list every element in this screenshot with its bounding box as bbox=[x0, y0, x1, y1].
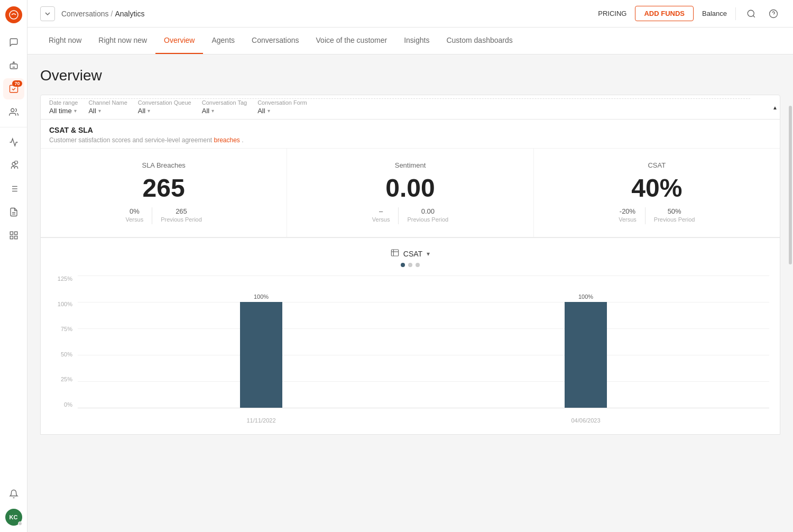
y-label-50: 50% bbox=[51, 351, 76, 357]
page-header: Conversations / Analytics PRICING ADD FU… bbox=[27, 0, 793, 27]
tag-label: Conversation Tag bbox=[202, 99, 247, 106]
csat-metric-name: CSAT bbox=[648, 161, 666, 169]
app-logo[interactable] bbox=[5, 6, 22, 23]
breaches-link[interactable]: breaches bbox=[214, 136, 239, 144]
channel-select[interactable]: All ▾ bbox=[88, 107, 127, 115]
filter-scroll-button[interactable]: ▲ bbox=[772, 104, 778, 110]
channel-value: All bbox=[88, 107, 96, 115]
channel-label: Channel Name bbox=[88, 99, 127, 106]
sidebar-notification-icon[interactable] bbox=[3, 483, 24, 505]
csat-comparison: -20% Versus 50% Previous Period bbox=[619, 207, 695, 224]
svg-rect-1 bbox=[10, 64, 17, 69]
chart-chevron-icon[interactable]: ▾ bbox=[427, 250, 430, 258]
expand-button[interactable] bbox=[40, 6, 55, 21]
chart-section: CSAT ▾ 125% 100% 75% 50% 25% 0% bbox=[40, 238, 780, 435]
tab-overview[interactable]: Overview bbox=[155, 27, 203, 54]
sidebar-team-icon[interactable] bbox=[3, 102, 24, 123]
tab-conversations[interactable]: Conversations bbox=[243, 27, 308, 54]
date-range-select[interactable]: All time ▾ bbox=[49, 107, 78, 115]
svg-point-20 bbox=[770, 10, 778, 17]
chart-x-labels: 11/11/2022 04/06/2023 bbox=[78, 409, 769, 424]
chart-area: 125% 100% 75% 50% 25% 0% bbox=[51, 276, 769, 424]
breadcrumb-separator: / bbox=[111, 10, 113, 18]
metric-divider-3 bbox=[645, 207, 646, 224]
bar-group-1: 100% bbox=[240, 293, 282, 408]
sidebar-report-icon[interactable] bbox=[3, 201, 24, 223]
channel-filter: Channel Name All ▾ bbox=[88, 99, 127, 115]
svg-rect-22 bbox=[391, 250, 398, 256]
tab-custom[interactable]: Custom dashboards bbox=[438, 27, 521, 54]
csat-card: CSAT 40% -20% Versus 50% Previous Period bbox=[534, 149, 780, 237]
sidebar-chart-icon[interactable] bbox=[3, 132, 24, 153]
tab-voice[interactable]: Voice of the customer bbox=[308, 27, 396, 54]
form-label: Conversation Form bbox=[257, 99, 307, 106]
sentiment-comparison: – Versus 0.00 Previous Period bbox=[372, 207, 448, 224]
tag-arrow-icon: ▾ bbox=[211, 108, 214, 114]
tag-filter: Conversation Tag All ▾ bbox=[202, 99, 247, 115]
user-avatar[interactable]: KC bbox=[5, 509, 22, 526]
sla-metric-value: 265 bbox=[143, 176, 185, 201]
sidebar-list-icon[interactable] bbox=[3, 178, 24, 199]
pricing-button[interactable]: PRICING bbox=[598, 10, 626, 17]
chart-dot-2[interactable] bbox=[408, 263, 412, 267]
svg-point-18 bbox=[748, 10, 754, 16]
x-label-1: 11/11/2022 bbox=[246, 417, 275, 424]
csat-sla-title: CSAT & SLA bbox=[49, 126, 771, 134]
sidebar-bot-icon[interactable] bbox=[3, 55, 24, 76]
chart-bar-1 bbox=[240, 302, 282, 408]
y-label-125: 125% bbox=[51, 276, 76, 282]
chart-pagination-dots bbox=[51, 263, 769, 267]
svg-point-0 bbox=[10, 11, 18, 19]
tag-select[interactable]: All ▾ bbox=[202, 107, 247, 115]
tab-insights[interactable]: Insights bbox=[395, 27, 438, 54]
queue-arrow-icon: ▾ bbox=[147, 108, 150, 114]
csat-versus: -20% Versus bbox=[619, 207, 637, 223]
svg-rect-14 bbox=[10, 232, 13, 234]
sla-comparison: 0% Versus 265 Previous Period bbox=[126, 207, 202, 224]
chart-dot-1[interactable] bbox=[401, 263, 405, 267]
balance-area: Balance bbox=[702, 10, 727, 17]
bar-label-top-1: 100% bbox=[254, 293, 269, 300]
main-content: Conversations / Analytics PRICING ADD FU… bbox=[27, 0, 793, 532]
tab-right-now[interactable]: Right now bbox=[40, 27, 90, 54]
chart-bar-2 bbox=[565, 302, 607, 408]
csat-sla-subtitle: Customer satisfaction scores and service… bbox=[49, 136, 771, 144]
form-value: All bbox=[257, 107, 265, 115]
header-divider bbox=[735, 7, 736, 20]
metric-divider-2 bbox=[398, 207, 399, 224]
tag-value: All bbox=[202, 107, 209, 115]
queue-value: All bbox=[138, 107, 145, 115]
sidebar-group-icon[interactable] bbox=[3, 155, 24, 176]
breadcrumb: Conversations / Analytics bbox=[61, 10, 144, 18]
sidebar-analytics-icon[interactable]: 70 bbox=[3, 78, 24, 99]
csat-sla-section: CSAT & SLA Customer satisfaction scores … bbox=[40, 120, 780, 238]
breadcrumb-link[interactable]: Conversations bbox=[61, 10, 109, 18]
tab-right-now-new[interactable]: Right now new bbox=[90, 27, 155, 54]
y-label-100: 100% bbox=[51, 301, 76, 307]
sla-previous: 265 Previous Period bbox=[161, 207, 202, 223]
metrics-row: SLA Breaches 265 0% Versus 265 Previous … bbox=[41, 149, 780, 237]
channel-arrow-icon: ▾ bbox=[98, 108, 101, 114]
sentiment-card: Sentiment 0.00 – Versus 0.00 Previous Pe… bbox=[287, 149, 533, 237]
nav-tabs: Right now Right now new Overview Agents … bbox=[27, 27, 793, 54]
user-status-dot bbox=[18, 521, 22, 526]
queue-select[interactable]: All ▾ bbox=[138, 107, 191, 115]
chart-bars: 100% 100% bbox=[78, 276, 769, 408]
add-funds-button[interactable]: ADD FUNDS bbox=[635, 6, 694, 21]
svg-point-4 bbox=[11, 108, 14, 112]
chart-title: CSAT bbox=[403, 250, 422, 258]
sidebar-grid-icon[interactable] bbox=[3, 225, 24, 246]
help-button[interactable] bbox=[767, 7, 780, 21]
svg-point-2 bbox=[13, 62, 14, 63]
tab-agents[interactable]: Agents bbox=[203, 27, 243, 54]
sla-breaches-card: SLA Breaches 265 0% Versus 265 Previous … bbox=[41, 149, 287, 237]
form-select[interactable]: All ▾ bbox=[257, 107, 307, 115]
metric-divider-1 bbox=[152, 207, 152, 224]
sidebar-chat-icon[interactable] bbox=[3, 32, 24, 53]
y-label-25: 25% bbox=[51, 376, 76, 382]
search-button[interactable] bbox=[744, 7, 758, 21]
chart-dot-3[interactable] bbox=[416, 263, 420, 267]
scrollbar-thumb[interactable] bbox=[789, 106, 792, 264]
sentiment-previous: 0.00 Previous Period bbox=[407, 207, 448, 223]
chart-icon bbox=[391, 249, 399, 259]
